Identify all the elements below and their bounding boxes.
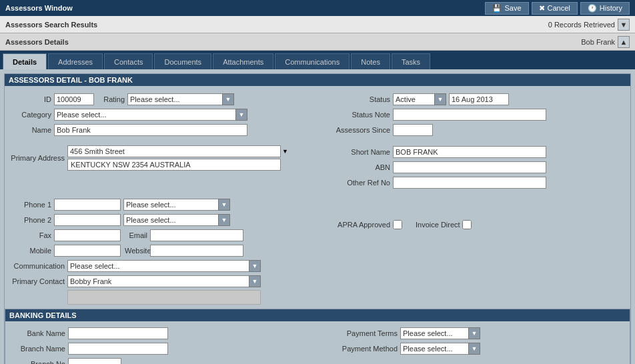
history-button[interactable]: 🕐 History	[580, 2, 630, 15]
phone1-type-select[interactable]: Please select...	[123, 199, 230, 211]
branch-name-label: Branch Name	[8, 345, 68, 353]
left-col: ID Rating Please select... ▼ Category	[7, 93, 328, 139]
address-dropdown-icon: ▼	[282, 148, 288, 155]
name-label: Name	[7, 126, 54, 134]
branch-name-field[interactable]	[68, 343, 168, 355]
banking-left: Bank Name Branch Name Branch No	[8, 327, 328, 364]
mobile-label: Mobile	[7, 247, 54, 255]
cancel-button[interactable]: ✖ Cancel	[532, 2, 578, 15]
mobile-website-row: Mobile Website	[7, 244, 328, 257]
invoice-direct-checkbox[interactable]	[462, 220, 472, 229]
phone2-label: Phone 2	[7, 216, 54, 224]
fax-field[interactable]	[54, 229, 121, 241]
apra-approved-checkbox[interactable]	[393, 220, 402, 229]
id-rating-row: ID Rating Please select... ▼	[7, 93, 328, 106]
status-note-field[interactable]	[393, 109, 546, 121]
mobile-field[interactable]	[54, 245, 121, 257]
phone1-label: Phone 1	[7, 201, 54, 209]
assessors-since-field[interactable]	[393, 124, 433, 136]
banking-section-header: BANKING DETAILS	[5, 309, 630, 321]
status-note-label: Status Note	[333, 111, 393, 119]
assessors-since-label: Assessors Since	[333, 126, 393, 134]
email-label: Email	[121, 231, 150, 239]
tab-tasks[interactable]: Tasks	[392, 53, 430, 69]
phone1-type-wrapper: Please select... ▼	[123, 199, 230, 211]
other-ref-row: Other Ref No	[333, 176, 628, 189]
name-field[interactable]	[54, 124, 247, 136]
tab-attachments[interactable]: Attachments	[213, 53, 273, 69]
rating-label: Rating	[94, 95, 127, 103]
main-content: ASSESSORS DETAIL - BOB FRANK ID Rating P…	[0, 69, 635, 364]
contact-note-area	[67, 290, 261, 305]
id-label: ID	[7, 95, 54, 103]
primary-contact-row: Primary Contact Bobby Frank ▼	[7, 275, 328, 288]
other-ref-no-label: Other Ref No	[333, 179, 393, 187]
payment-terms-row: Payment Terms Please select... ▼	[334, 327, 627, 340]
primary-address-row: Primary Address ▼ KENTUCKY NSW 2354 AUST…	[7, 145, 328, 171]
phone1-field[interactable]	[54, 199, 121, 211]
save-button[interactable]: 💾 Save	[485, 2, 528, 15]
save-icon: 💾	[492, 4, 502, 13]
status-label: Status	[333, 95, 393, 103]
search-dropdown-button[interactable]: ▼	[618, 19, 630, 31]
abn-field[interactable]	[393, 161, 546, 173]
address-line2: KENTUCKY NSW 2354 AUSTRALIA	[67, 159, 281, 171]
left-col-addr: Primary Address ▼ KENTUCKY NSW 2354 AUST…	[7, 145, 328, 191]
category-label: Category	[7, 111, 54, 119]
branch-no-row: Branch No	[8, 357, 328, 364]
assessors-since-row: Assessors Since	[333, 123, 628, 137]
tab-bar: Details Addresses Contacts Documents Att…	[0, 51, 635, 69]
category-select[interactable]: Please select...	[54, 109, 247, 121]
communication-select[interactable]: Please select...	[67, 260, 261, 272]
banking-form: Bank Name Branch Name Branch No	[5, 324, 630, 364]
address-line1-field[interactable]	[67, 145, 281, 157]
details-header-right: Bob Frank ▲	[581, 36, 630, 48]
branch-no-label: Branch No	[8, 360, 68, 364]
rating-select-wrapper: Please select... ▼	[127, 93, 234, 105]
rating-select[interactable]: Please select...	[127, 93, 234, 105]
payment-terms-wrapper: Please select... ▼	[400, 327, 480, 339]
communication-select-wrapper: Please select... ▼	[67, 260, 261, 272]
invoice-direct-label: Invoice Direct	[402, 221, 462, 229]
phone1-row: Phone 1 Please select... ▼	[7, 198, 328, 211]
current-user: Bob Frank	[581, 38, 615, 46]
banking-right: Payment Terms Please select... ▼	[334, 327, 627, 364]
tab-notes[interactable]: Notes	[351, 53, 390, 69]
primary-contact-select[interactable]: Bobby Frank	[67, 275, 261, 287]
tab-communications[interactable]: Communications	[275, 53, 350, 69]
communication-label: Communication	[7, 262, 67, 270]
right-col-addr: Short Name ABN Other Ref No	[333, 145, 628, 191]
payment-method-select[interactable]: Please select...	[400, 343, 480, 355]
fax-label: Fax	[7, 231, 54, 239]
phone2-type-select[interactable]: Please select...	[123, 214, 230, 226]
abn-label: ABN	[333, 163, 393, 171]
status-select[interactable]: Active	[393, 93, 446, 105]
status-date-field[interactable]	[449, 93, 509, 105]
id-field[interactable]	[54, 93, 94, 105]
phone2-field[interactable]	[54, 214, 121, 226]
payment-terms-select[interactable]: Please select...	[400, 327, 480, 339]
payment-method-label: Payment Method	[334, 345, 400, 353]
branch-no-field[interactable]	[68, 358, 121, 364]
communication-row: Communication Please select... ▼	[7, 259, 328, 273]
short-name-field[interactable]	[393, 146, 546, 158]
other-ref-no-field[interactable]	[393, 177, 546, 189]
collapse-button[interactable]: ▲	[618, 36, 630, 48]
app-title: Assessors Window	[5, 4, 73, 12]
website-field[interactable]	[150, 245, 243, 257]
records-area: 0 Records Retrieved ▼	[548, 19, 630, 31]
banking-section: BANKING DETAILS Bank Name Branch N	[5, 309, 630, 364]
tab-contacts[interactable]: Contacts	[104, 53, 153, 69]
tab-documents[interactable]: Documents	[154, 53, 211, 69]
bank-name-field[interactable]	[68, 327, 168, 339]
title-bar: Assessors Window 💾 Save ✖ Cancel 🕐 Histo…	[0, 0, 635, 16]
payment-method-row: Payment Method Please select... ▼	[334, 342, 627, 355]
tab-details[interactable]: Details	[3, 53, 47, 69]
right-col-apra: APRA Approved Invoice Direct	[333, 198, 628, 305]
primary-address-label: Primary Address	[7, 154, 67, 162]
payment-method-wrapper: Please select... ▼	[400, 343, 480, 355]
tab-addresses[interactable]: Addresses	[48, 53, 103, 69]
search-results-title: Assessors Search Results	[5, 21, 97, 29]
email-field[interactable]	[150, 229, 243, 241]
short-name-label: Short Name	[333, 148, 393, 156]
